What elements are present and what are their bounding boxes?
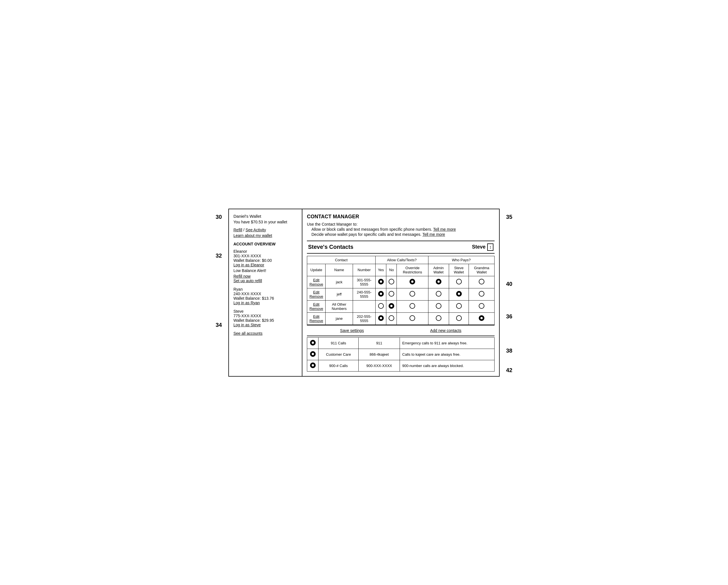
contacts-table: Contact Allow Calls/Texts? Who Pays? Upd… — [307, 256, 495, 325]
cell-grandma-wallet[interactable] — [469, 276, 495, 288]
cell-admin-wallet[interactable] — [428, 288, 449, 300]
radio-empty[interactable] — [436, 291, 441, 297]
radio-empty[interactable] — [479, 291, 485, 297]
radio-empty[interactable] — [378, 303, 384, 309]
radio-filled[interactable] — [378, 291, 384, 297]
radio-empty[interactable] — [389, 315, 394, 321]
cell-steve-wallet[interactable] — [449, 276, 469, 288]
radio-filled[interactable] — [310, 340, 316, 346]
special-rows-table: 911 Calls911Emergency calls to 911 are a… — [307, 337, 495, 372]
cell-no[interactable] — [386, 276, 397, 288]
cell-admin-wallet[interactable] — [428, 276, 449, 288]
ref-label-34: 34 — [216, 322, 222, 328]
cell-no[interactable] — [386, 312, 397, 325]
cell-override[interactable] — [397, 288, 428, 300]
cell-yes[interactable] — [375, 276, 386, 288]
radio-empty[interactable] — [456, 315, 462, 321]
radio-filled[interactable] — [310, 362, 316, 368]
cell-steve-wallet[interactable] — [449, 288, 469, 300]
ryan-balance: Wallet Balance: $13.76 — [233, 296, 297, 301]
radio-filled[interactable] — [456, 291, 462, 297]
slash-separator: / — [242, 228, 245, 232]
eleanor-refill-now-link[interactable]: Refill now — [233, 274, 251, 279]
cm-desc-item1-text: Allow or block calls and text messages f… — [311, 227, 432, 232]
cell-steve-wallet[interactable] — [449, 300, 469, 312]
radio-empty[interactable] — [410, 291, 415, 297]
radio-empty[interactable] — [479, 303, 485, 309]
radio-empty[interactable] — [456, 279, 462, 284]
cell-number: 240-555-5555 — [353, 288, 375, 300]
th-allow-calls: Allow Calls/Texts? — [375, 256, 428, 264]
add-new-contacts-link[interactable]: Add new contacts — [430, 328, 462, 333]
eleanor-login-link[interactable]: Log in as Eleanor — [233, 263, 264, 267]
table-row: EditRemovejack301-555-5555 — [307, 276, 495, 288]
radio-filled[interactable] — [410, 279, 415, 284]
radio-filled[interactable] — [378, 315, 384, 321]
tell-more-1-link[interactable]: Tell me more — [433, 227, 456, 232]
edit-link[interactable]: Edit — [309, 290, 323, 294]
cell-override[interactable] — [397, 276, 428, 288]
radio-filled[interactable] — [310, 351, 316, 357]
special-row: 911 Calls911Emergency calls to 911 are a… — [307, 337, 495, 349]
cell-no[interactable] — [386, 300, 397, 312]
radio-empty[interactable] — [436, 315, 441, 321]
see-activity-link[interactable]: See Activity — [245, 228, 266, 232]
see-all-accounts-link[interactable]: See all accounts — [233, 331, 297, 336]
radio-filled[interactable] — [378, 279, 384, 284]
edit-link[interactable]: Edit — [309, 278, 323, 282]
eleanor-name: Eleanor — [233, 249, 297, 254]
special-radio-cell[interactable] — [307, 349, 318, 360]
ryan-login-link[interactable]: Log in as Ryan — [233, 301, 260, 305]
eleanor-balance: Wallet Balance: $0.00 — [233, 258, 297, 263]
special-number-cell: 900-XXX-XXXX — [359, 360, 400, 371]
radio-empty[interactable] — [410, 315, 415, 321]
radio-empty[interactable] — [436, 303, 441, 309]
ryan-phone: 240-XXX-XXXX — [233, 291, 297, 296]
radio-empty[interactable] — [389, 279, 394, 284]
radio-empty[interactable] — [410, 303, 415, 309]
remove-link[interactable]: Remove — [309, 282, 323, 286]
ref-label-32: 32 — [216, 253, 222, 259]
save-settings-link[interactable]: Save settings — [340, 328, 364, 333]
cell-grandma-wallet[interactable] — [469, 312, 495, 325]
edit-link[interactable]: Edit — [309, 314, 323, 319]
cell-admin-wallet[interactable] — [428, 312, 449, 325]
th-grandma-wallet: Grandma Wallet — [469, 264, 495, 276]
remove-link[interactable]: Remove — [309, 306, 323, 311]
special-desc-cell: 900-number calls are always blocked. — [400, 360, 495, 371]
th-admin-wallet: Admin Wallet — [428, 264, 449, 276]
edit-link[interactable]: Edit — [309, 302, 323, 306]
special-desc-cell: Calls to kajeet care are always free. — [400, 349, 495, 360]
steve-login-link[interactable]: Log in as Steve — [233, 323, 261, 327]
cell-override[interactable] — [397, 300, 428, 312]
cell-yes[interactable] — [375, 312, 386, 325]
cell-number — [353, 300, 375, 312]
cell-yes[interactable] — [375, 300, 386, 312]
notification-icon[interactable]: ↕ — [487, 244, 493, 251]
remove-link[interactable]: Remove — [309, 319, 323, 323]
special-radio-cell[interactable] — [307, 360, 318, 371]
radio-empty[interactable] — [456, 303, 462, 309]
radio-filled[interactable] — [389, 303, 394, 309]
cell-name: jeff — [326, 288, 353, 300]
cell-grandma-wallet[interactable] — [469, 288, 495, 300]
remove-link[interactable]: Remove — [309, 294, 323, 299]
learn-wallet-link[interactable]: Learn about my wallet — [233, 233, 272, 238]
radio-empty[interactable] — [479, 279, 485, 284]
tell-more-2-link[interactable]: Tell me more — [422, 232, 445, 237]
cell-grandma-wallet[interactable] — [469, 300, 495, 312]
cell-override[interactable] — [397, 312, 428, 325]
ryan-name: Ryan — [233, 287, 297, 291]
refill-link[interactable]: Refill — [233, 228, 242, 232]
radio-filled[interactable] — [479, 315, 485, 321]
special-radio-cell[interactable] — [307, 337, 318, 349]
steve-label: Steve — [472, 244, 486, 250]
cell-no[interactable] — [386, 288, 397, 300]
cell-steve-wallet[interactable] — [449, 312, 469, 325]
radio-filled[interactable] — [436, 279, 441, 284]
eleanor-auto-refill-link[interactable]: Set up auto refill — [233, 279, 262, 283]
radio-empty[interactable] — [389, 291, 394, 297]
cell-admin-wallet[interactable] — [428, 300, 449, 312]
cell-yes[interactable] — [375, 288, 386, 300]
ref-label-38: 38 — [506, 348, 512, 354]
